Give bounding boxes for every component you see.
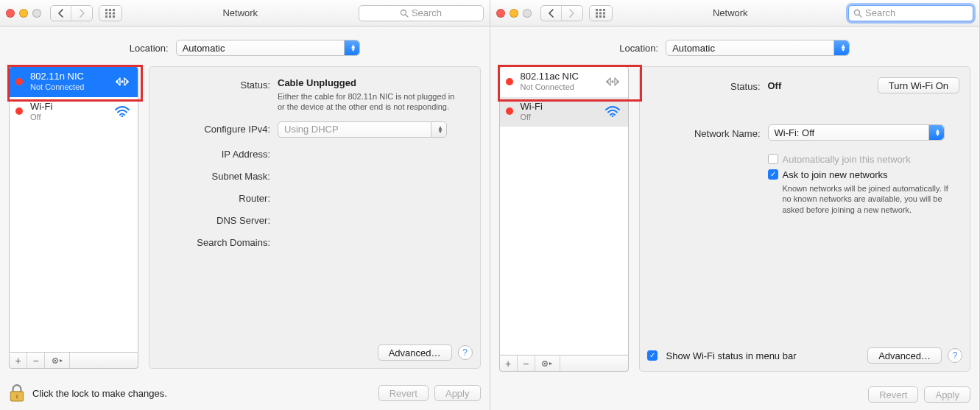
apply-button[interactable]: Apply (924, 386, 970, 403)
search-icon (853, 9, 862, 18)
search-placeholder: Search (865, 7, 895, 18)
location-value: Automatic (183, 43, 225, 54)
add-service-button[interactable]: + (500, 356, 518, 371)
ask-join-label: Ask to join new networks (783, 169, 888, 180)
svg-point-12 (121, 81, 123, 82)
gear-icon (541, 359, 553, 368)
location-label: Location: (130, 43, 169, 54)
apply-button[interactable]: Apply (434, 385, 481, 401)
status-dot-icon (506, 78, 513, 85)
svg-point-9 (401, 10, 406, 15)
bottom-row: Revert Apply (490, 381, 980, 410)
ask-join-checkbox[interactable] (768, 169, 778, 180)
svg-rect-26 (599, 15, 602, 18)
service-list: 802.11n NIC Not Connected Wi-Fi Off (9, 66, 138, 353)
configure-ipv4-value: Using DHCP (284, 124, 339, 135)
toolbar: Network Search (0, 0, 490, 26)
svg-rect-0 (105, 9, 107, 11)
back-button[interactable] (51, 6, 71, 21)
svg-rect-6 (105, 15, 107, 18)
revert-button[interactable]: Revert (868, 386, 918, 403)
svg-rect-5 (113, 12, 115, 14)
help-button[interactable]: ? (948, 348, 962, 363)
svg-rect-7 (109, 15, 111, 18)
ask-join-description: Known networks will be joined automatica… (783, 180, 960, 215)
search-input[interactable]: Search (359, 5, 484, 21)
service-item-wifi[interactable]: Wi-Fi Off (10, 97, 138, 127)
status-value: Off (768, 80, 878, 91)
turn-wifi-on-button[interactable]: Turn Wi-Fi On (878, 77, 959, 93)
wifi-icon (603, 105, 622, 117)
location-popup[interactable]: Automatic ▲▼ (176, 40, 360, 56)
service-item-wifi[interactable]: Wi-Fi Off (500, 97, 628, 127)
service-item-80211ac[interactable]: 802.11ac NIC Not Connected (500, 67, 628, 97)
minimize-window-button[interactable] (510, 9, 518, 18)
svg-point-28 (855, 10, 860, 15)
network-name-label: Network Name: (650, 126, 761, 139)
search-input[interactable]: Search (848, 5, 973, 21)
location-row: Location: Automatic ▲▼ (0, 26, 490, 66)
back-button[interactable] (541, 6, 562, 21)
network-name-value: Wi-Fi: Off (775, 127, 815, 138)
location-row: Location: Automatic ▲▼ (490, 26, 980, 66)
ethernet-icon (603, 76, 622, 88)
sidebar-footer: + − (9, 353, 138, 369)
svg-rect-27 (603, 15, 605, 18)
svg-rect-19 (596, 9, 598, 11)
svg-point-14 (121, 116, 124, 117)
svg-line-29 (859, 15, 861, 17)
advanced-button[interactable]: Advanced… (867, 347, 942, 364)
svg-rect-1 (109, 9, 111, 11)
search-icon (400, 9, 409, 18)
dns-server-label: DNS Server: (160, 213, 270, 226)
body: 802.11n NIC Not Connected Wi-Fi Off (0, 66, 490, 378)
remove-service-button[interactable]: − (518, 356, 535, 371)
zoom-window-button[interactable] (523, 9, 532, 18)
router-label: Router: (160, 191, 270, 204)
svg-rect-3 (105, 12, 107, 14)
location-popup[interactable]: Automatic ▲▼ (666, 40, 850, 56)
detail-panel: Status: Cable Unplugged Either the cable… (149, 66, 481, 369)
window-title: Network (128, 7, 353, 18)
body: 802.11ac NIC Not Connected Wi-Fi Off (490, 66, 980, 381)
revert-button[interactable]: Revert (378, 385, 429, 401)
close-window-button[interactable] (6, 9, 15, 18)
svg-rect-18 (16, 395, 18, 398)
minimize-window-button[interactable] (19, 9, 28, 18)
ip-address-label: IP Address: (160, 146, 270, 160)
svg-rect-23 (599, 12, 602, 14)
forward-button[interactable] (71, 6, 92, 21)
show-wifi-status-checkbox[interactable] (647, 350, 658, 361)
service-list: 802.11ac NIC Not Connected Wi-Fi Off (499, 66, 629, 356)
network-name-popup[interactable]: Wi-Fi: Off ▲▼ (768, 124, 945, 141)
location-label: Location: (619, 43, 658, 54)
show-all-button[interactable] (99, 5, 122, 21)
service-item-80211n[interactable]: 802.11n NIC Not Connected (10, 67, 138, 97)
sidebar-wrap: 802.11ac NIC Not Connected Wi-Fi Off (499, 66, 629, 372)
advanced-button[interactable]: Advanced… (378, 344, 452, 361)
service-actions-button[interactable] (535, 356, 560, 371)
help-button[interactable]: ? (458, 345, 473, 360)
remove-service-button[interactable]: − (27, 353, 45, 368)
auto-join-checkbox[interactable] (768, 154, 778, 164)
window-controls (496, 9, 532, 18)
detail-panel: Status: Off Turn Wi-Fi On Network Name: … (639, 66, 971, 372)
svg-rect-20 (599, 9, 602, 11)
service-name: 802.11n NIC (30, 71, 105, 82)
svg-rect-4 (109, 12, 111, 14)
service-status: Off (521, 113, 596, 122)
svg-line-10 (406, 15, 408, 17)
close-window-button[interactable] (496, 9, 505, 18)
service-actions-button[interactable] (45, 353, 70, 368)
search-domains-label: Search Domains: (160, 235, 270, 248)
zoom-window-button[interactable] (32, 9, 41, 18)
subnet-mask-label: Subnet Mask: (160, 169, 270, 182)
configure-ipv4-popup[interactable]: Using DHCP ▲▼ (278, 121, 447, 138)
gear-icon (52, 356, 63, 365)
add-service-button[interactable]: + (10, 353, 27, 368)
lock-icon[interactable] (9, 384, 25, 403)
forward-button[interactable] (562, 6, 582, 21)
show-all-button[interactable] (589, 5, 613, 21)
status-dot-icon (15, 78, 23, 85)
sidebar-footer: + − (499, 356, 629, 372)
